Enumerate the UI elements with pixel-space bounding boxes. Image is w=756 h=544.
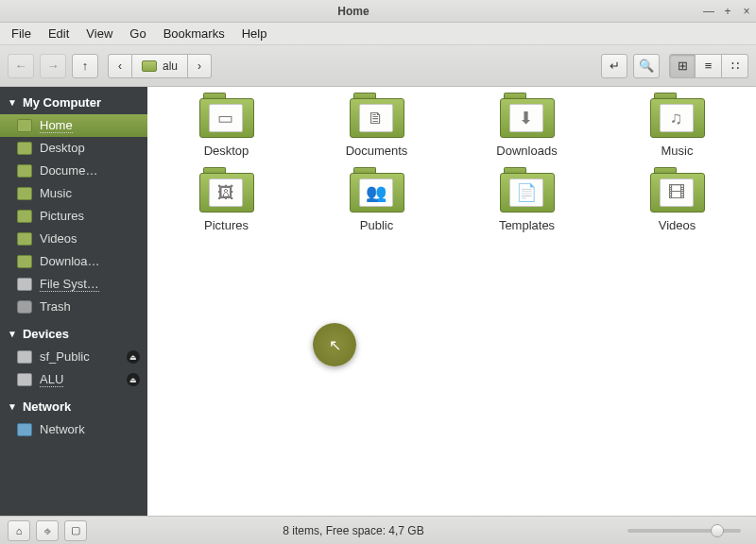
sidebar-item-label: Trash [40,299,71,314]
sidebar-section-header[interactable]: ▼Network [0,395,147,418]
minimize-button[interactable]: — [699,2,718,21]
path-next-button[interactable]: › [188,54,212,78]
drive-icon [17,373,32,386]
path-current-segment[interactable]: alu [132,54,188,78]
folder-icon: ⬇ [500,98,555,138]
sidebar-item[interactable]: ALU⏏ [0,368,147,391]
statusbar: ⌂ ⎆ ▢ 8 items, Free space: 4,7 GB [0,516,756,544]
sidebar-item-label: sf_Public [40,349,90,365]
menu-file[interactable]: File [4,25,39,42]
caret-down-icon: ▼ [8,97,17,108]
list-icon: ≡ [705,59,713,73]
folder-item[interactable]: ⬇Downloads [463,98,591,158]
menu-bookmarks[interactable]: Bookmarks [156,25,232,42]
folder-item[interactable]: ▭Desktop [163,98,290,158]
net-icon [17,423,32,436]
folder-label: Music [613,144,741,158]
close-button[interactable]: × [737,2,756,21]
sidebar-item-label: ALU [40,372,63,387]
cursor-highlight: ↖ [313,323,356,366]
folder-icon: ♫ [650,98,705,138]
sidebar-item[interactable]: sf_Public⏏ [0,346,147,368]
folder-icon [142,60,157,72]
sidebar: ▼My ComputerHomeDesktopDocume…MusicPictu… [0,87,147,516]
folder-item[interactable]: 🎞Videos [613,173,741,232]
path-current-label: alu [163,60,178,73]
zoom-slider[interactable] [627,529,741,533]
zoom-thumb[interactable] [711,524,724,537]
folder-icon: 📄 [500,173,555,212]
toggle-location-entry-button[interactable]: ↵ [601,54,627,78]
up-button[interactable]: ↑ [72,54,98,78]
drive-icon [17,350,32,364]
main-body: ▼My ComputerHomeDesktopDocume…MusicPictu… [0,87,756,516]
folder-label: Videos [613,218,741,232]
sidebar-item-label: Music [40,186,72,201]
menu-go[interactable]: Go [122,25,153,42]
content-area[interactable]: ▭Desktop🗎Documents⬇Downloads♫Music🖼Pictu… [147,87,756,516]
sidebar-section-title: Network [23,400,71,414]
maximize-button[interactable]: + [718,2,737,21]
show-tree-button[interactable]: ⎆ [36,520,59,541]
sidebar-item[interactable]: Downloa… [0,250,147,273]
path-prev-button[interactable]: ‹ [108,54,132,78]
folder-icon [17,255,32,268]
trash-icon [17,300,32,314]
chevron-right-icon: › [198,60,201,73]
sidebar-item[interactable]: Docume… [0,160,147,182]
sidebar-item[interactable]: Home [0,114,147,137]
sidebar-item-label: File Syst… [40,277,99,292]
folder-item[interactable]: ♫Music [613,98,741,158]
sidebar-section-header[interactable]: ▼Devices [0,322,147,346]
window-title: Home [8,5,699,18]
folder-item[interactable]: 👥Public [313,173,440,232]
folder-item[interactable]: 📄Templates [463,173,591,232]
sidebar-item-label: Desktop [40,141,85,156]
sidebar-item[interactable]: Pictures [0,205,147,228]
show-places-button[interactable]: ⌂ [8,520,30,541]
sidebar-section-header[interactable]: ▼My Computer [0,91,147,114]
caret-down-icon: ▼ [8,329,17,339]
status-text: 8 items, Free space: 4,7 GB [283,524,423,537]
pathbar: ‹ alu › [108,54,212,78]
view-icons-button[interactable]: ⊞ [669,54,696,78]
close-sidebar-button[interactable]: ▢ [64,520,87,541]
view-list-button[interactable]: ≡ [696,54,722,78]
sidebar-item[interactable]: Network [0,418,147,441]
folder-icon [17,232,32,246]
location-toggle-icon: ↵ [610,59,620,73]
forward-button[interactable]: → [40,54,66,78]
folder-icon: 🎞 [650,173,705,212]
arrow-left-icon: ← [15,59,27,73]
folder-label: Templates [463,218,591,232]
close-side-icon: ▢ [71,524,80,536]
menu-view[interactable]: View [78,25,120,42]
sidebar-item[interactable]: Music [0,182,147,205]
folder-icon: 👥 [350,173,404,212]
sidebar-item[interactable]: Trash [0,296,147,318]
folder-icon [17,142,32,155]
folder-label: Public [313,218,440,232]
folder-item[interactable]: 🖼Pictures [163,173,290,232]
sidebar-item[interactable]: Videos [0,228,147,250]
view-mode-group: ⊞ ≡ ∷ [669,54,748,78]
back-button[interactable]: ← [8,54,34,78]
sidebar-item[interactable]: Desktop [0,137,147,160]
eject-button[interactable]: ⏏ [127,350,140,364]
folder-label: Pictures [163,218,290,232]
folder-label: Desktop [163,144,290,158]
menu-help[interactable]: Help [234,25,275,42]
menu-edit[interactable]: Edit [41,25,77,42]
search-button[interactable]: 🔍 [633,54,660,78]
sidebar-item-label: Downloa… [40,254,100,269]
folder-item[interactable]: 🗎Documents [313,98,440,158]
folder-icon: 🗎 [350,98,404,138]
folder-icon [17,210,32,223]
folder-icon: ▭ [199,98,254,138]
tree-icon: ⎆ [44,525,51,536]
menubar: File Edit View Go Bookmarks Help [0,23,756,45]
sidebar-item[interactable]: File Syst… [0,273,147,296]
folder-label: Downloads [463,144,591,158]
view-compact-button[interactable]: ∷ [722,54,748,78]
eject-button[interactable]: ⏏ [127,373,140,386]
